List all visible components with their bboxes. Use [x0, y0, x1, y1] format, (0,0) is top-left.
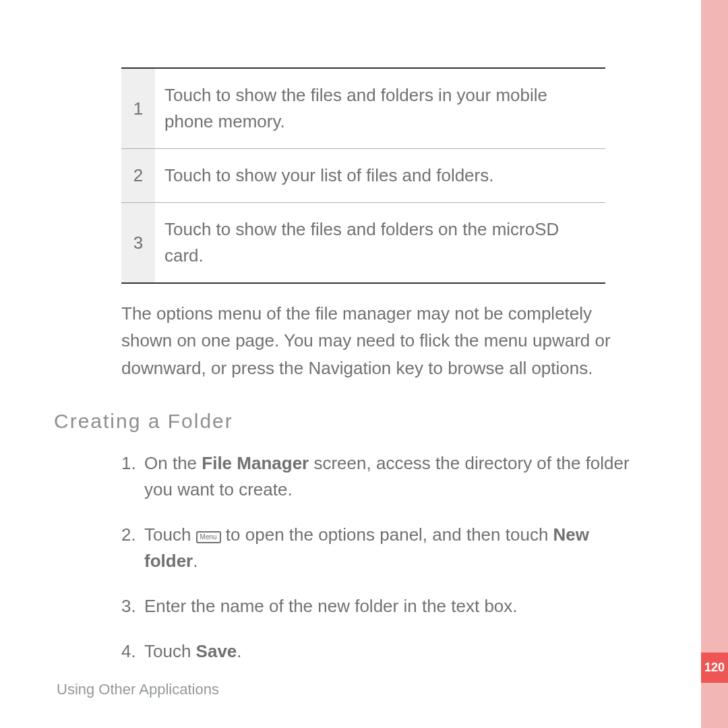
step-number: 1. [121, 450, 144, 503]
legend-number: 2 [121, 149, 155, 202]
legend-number: 1 [121, 69, 155, 148]
menu-key-icon: Menu [196, 531, 221, 543]
page-content: 1 Touch to show the files and folders in… [0, 0, 701, 728]
legend-row: 1 Touch to show the files and folders in… [121, 69, 605, 149]
legend-description: Touch to show the files and folders on t… [155, 203, 605, 282]
step-text: Enter the name of the new folder in the … [144, 596, 518, 616]
step-text-bold: Save [196, 641, 237, 661]
step-1: 1. On the File Manager screen, access th… [121, 450, 647, 503]
step-text-pre: On the [144, 453, 202, 473]
legend-row: 2 Touch to show your list of files and f… [121, 149, 605, 203]
step-4: 4. Touch Save. [121, 638, 647, 665]
legend-description: Touch to show your list of files and fol… [155, 149, 605, 202]
note-paragraph: The options menu of the file manager may… [121, 300, 647, 382]
footer-chapter-title: Using Other Applications [57, 681, 219, 698]
step-number: 3. [121, 593, 144, 619]
step-text-mid: to open the options panel, and then touc… [221, 524, 553, 545]
step-number: 2. [121, 522, 144, 574]
page-edge-stripe [701, 0, 728, 728]
step-2: 2. Touch Menu to open the options panel,… [121, 522, 647, 574]
step-body: Touch Save. [144, 638, 647, 665]
step-body: Enter the name of the new folder in the … [144, 593, 647, 619]
legend-description: Touch to show the files and folders in y… [155, 69, 605, 148]
legend-number: 3 [121, 203, 155, 282]
step-body: On the File Manager screen, access the d… [144, 450, 647, 503]
step-text-pre: Touch [144, 641, 196, 661]
step-text-bold: File Manager [202, 453, 309, 473]
step-number: 4. [121, 638, 144, 665]
step-text-pre: Touch [144, 524, 196, 545]
legend-table: 1 Touch to show the files and folders in… [121, 67, 605, 284]
page-number-tab: 120 [701, 653, 728, 683]
step-text-post: . [237, 641, 241, 661]
legend-row: 3 Touch to show the files and folders on… [121, 203, 605, 282]
steps-list: 1. On the File Manager screen, access th… [121, 450, 647, 665]
section-heading-creating-folder: Creating a Folder [54, 410, 657, 433]
step-text-post: . [193, 551, 198, 571]
step-body: Touch Menu to open the options panel, an… [144, 522, 647, 574]
step-3: 3. Enter the name of the new folder in t… [121, 593, 647, 619]
